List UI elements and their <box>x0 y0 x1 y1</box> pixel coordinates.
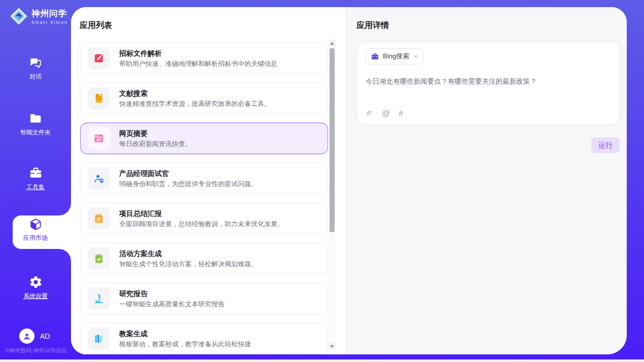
document-edit-icon <box>93 53 104 64</box>
browser-code-icon <box>93 133 104 144</box>
app-icon-tile <box>88 87 110 110</box>
mention-icon[interactable]: @ <box>382 110 390 118</box>
main-panel: 应用列表 招标文件解析 帮助用户快速、准确地理解和解析招标书中的关键信息 <box>71 7 627 354</box>
gem-logo-icon <box>9 7 28 26</box>
app-icon-tile <box>88 127 110 150</box>
app-card-project-summary[interactable]: 项目总结汇报 全面回顾项目进展，总结经验教训，助力未来优化发展。 <box>80 203 328 234</box>
app-name: 项目总结汇报 <box>119 209 284 218</box>
app-card-web-summary[interactable]: 网页摘要 每日政府新闻资讯快查。 <box>80 123 328 154</box>
app-detail-title: 应用详情 <box>356 20 389 31</box>
tool-tag-close-icon[interactable]: × <box>414 53 418 60</box>
brand-name: 神州问学 <box>31 8 68 19</box>
app-desc: 快速精准查找学术资源，提高研究效率的必备工具。 <box>119 99 271 108</box>
sidebar: 神州问学 Smart Vision 对话 智能文件夹 工具集 <box>0 0 71 362</box>
query-input-card[interactable]: Bing搜索 × 今日湖北有哪些新闻要点？有哪些需要关注的最新政策？ @ # <box>356 42 620 125</box>
gear-icon <box>29 275 43 289</box>
app-desc: 模板驱动，教案秒成，教学准备从此轻松快捷 <box>119 340 251 348</box>
cube-icon <box>29 218 43 231</box>
hash-icon[interactable]: # <box>399 110 404 118</box>
app-card-pm-interviewer[interactable]: 产品经理面试官 明确身份和职责，为您提供专业性的面试问题。 <box>80 163 328 194</box>
sidebar-item-label: 对话 <box>29 73 42 81</box>
app-card-bid-document-parsing[interactable]: 招标文件解析 帮助用户快速、准确地理解和解析招标书中的关键信息 <box>80 43 328 74</box>
toolbox-icon <box>29 166 43 180</box>
app-card-event-plan[interactable]: 活动方案生成 智能生成个性化活动方案，轻松解决规划难题。 <box>80 243 328 274</box>
app-card-lesson-plan[interactable]: 教案生成 模板驱动，教案秒成，教学准备从此轻松快捷 <box>80 323 328 354</box>
paperclip-icon[interactable] <box>366 109 373 118</box>
app-desc: 一键智能生成高质量长文本研究报告 <box>119 300 225 308</box>
scroll-up-icon[interactable] <box>329 40 336 47</box>
app-icon-tile <box>88 47 110 69</box>
run-button[interactable]: 运行 <box>591 137 620 153</box>
brand-logo: 神州问学 Smart Vision <box>9 7 68 26</box>
app-desc: 帮助用户快速、准确地理解和解析招标书中的关键信息 <box>119 59 277 68</box>
report-note-icon <box>93 213 104 224</box>
user-account[interactable]: AD <box>19 329 50 344</box>
app-list-title: 应用列表 <box>80 20 112 31</box>
chat-icon <box>29 56 43 69</box>
attachment-toolbar: @ # <box>366 109 404 118</box>
app-card-research-report[interactable]: 研究报告 一键智能生成高质量长文本研究报告 <box>80 283 328 314</box>
app-list-panel: 应用列表 招标文件解析 帮助用户快速、准确地理解和解析招标书中的关键信息 <box>71 7 346 354</box>
app-name: 教案生成 <box>119 329 251 338</box>
folder-icon <box>29 112 43 125</box>
brand-subtitle: Smart Vision <box>31 20 68 25</box>
app-card-literature-search[interactable]: 文献搜索 快速精准查找学术资源，提高研究效率的必备工具。 <box>80 83 328 114</box>
clipboard-check-icon <box>93 253 104 264</box>
briefcase-icon <box>371 52 379 61</box>
sidebar-item-chat[interactable]: 对话 <box>0 56 71 81</box>
app-list: 招标文件解析 帮助用户快速、准确地理解和解析招标书中的关键信息 文献搜索 快速精… <box>80 43 328 354</box>
app-detail-panel: 应用详情 Bing搜索 × 今日湖北有哪些新闻要点？有哪些需要关注的最新政策？ … <box>346 7 627 354</box>
sidebar-item-label: 系统设置 <box>23 292 48 301</box>
books-icon <box>93 333 104 344</box>
sidebar-item-label: 智能文件夹 <box>20 128 51 137</box>
sidebar-item-toolset[interactable]: 工具集 <box>0 166 71 192</box>
sidebar-item-app-market[interactable]: 应用市场 <box>0 218 71 242</box>
app-desc: 全面回顾项目进展，总结经验教训，助力未来优化发展。 <box>119 220 284 228</box>
user-initials: AD <box>40 332 50 340</box>
app-icon-tile <box>88 207 110 230</box>
active-tab-curve-top <box>59 203 71 215</box>
app-name: 研究报告 <box>119 289 225 298</box>
tool-tag-label: Bing搜索 <box>383 52 409 61</box>
app-desc: 每日政府新闻资讯快查。 <box>119 139 192 148</box>
window-bottom-edge <box>0 359 644 362</box>
book-icon <box>93 93 104 104</box>
app-name: 网页摘要 <box>119 129 192 138</box>
scrollbar-thumb[interactable] <box>330 48 335 232</box>
app-name: 文献搜索 <box>119 89 271 98</box>
app-icon-tile <box>88 247 110 270</box>
tool-tag-bing-search[interactable]: Bing搜索 × <box>365 48 423 64</box>
sidebar-item-settings[interactable]: 系统设置 <box>0 275 71 301</box>
app-name: 招标文件解析 <box>119 49 277 58</box>
app-name: 活动方案生成 <box>119 249 258 258</box>
interviewer-icon <box>93 173 104 184</box>
sidebar-item-smart-folder[interactable]: 智能文件夹 <box>0 112 71 137</box>
sidebar-item-label: 应用市场 <box>23 234 48 242</box>
microscope-icon <box>93 293 104 304</box>
app-desc: 明确身份和职责，为您提供专业性的面试问题。 <box>119 179 258 188</box>
person-icon <box>22 332 31 341</box>
active-tab-curve-bottom <box>59 249 71 261</box>
app-icon-tile <box>88 167 110 190</box>
sidebar-item-label: 工具集 <box>26 183 45 192</box>
app-name: 产品经理面试官 <box>119 169 258 178</box>
copyright: ©神州数码·神州问学出品 <box>5 347 67 354</box>
scroll-down-icon[interactable] <box>329 343 336 350</box>
app-icon-tile <box>88 287 110 310</box>
query-text[interactable]: 今日湖北有哪些新闻要点？有哪些需要关注的最新政策？ <box>366 77 612 86</box>
avatar <box>19 329 34 344</box>
app-icon-tile <box>88 328 110 350</box>
app-list-scrollbar[interactable] <box>329 40 336 350</box>
app-desc: 智能生成个性化活动方案，轻松解决规划难题。 <box>119 260 258 268</box>
